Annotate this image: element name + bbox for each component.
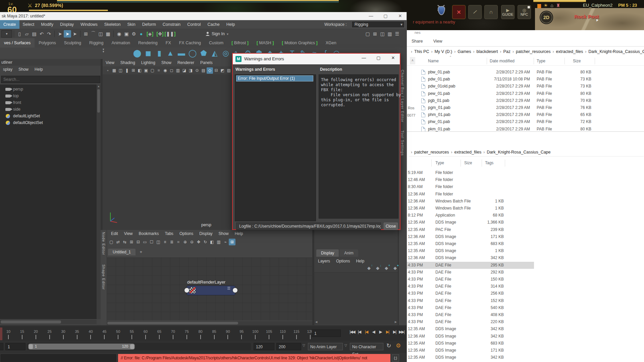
shelf-tab-motion-graphics[interactable]: [ Motion Graphics ] — [278, 38, 321, 48]
chevron-down-icon[interactable]: ▽ — [303, 344, 305, 347]
file-row[interactable]: 12:35 AMDDS Image342 KB — [407, 354, 534, 361]
safe-title-icon[interactable]: ◪ — [181, 67, 187, 74]
file-row[interactable]: 12:36 AMWindows Batch File1 KB — [407, 198, 534, 205]
snap-to-grid-icon[interactable]: ⊞ — [82, 30, 90, 38]
hierarchy-select-tool-icon[interactable]: ➤ — [71, 30, 78, 38]
anim-snapshot-icon[interactable]: [◈] — [145, 30, 155, 38]
file-row[interactable]: 12:35 AMDDS Image342 KB — [407, 325, 534, 333]
menu-select[interactable]: Select — [19, 20, 38, 29]
file-row[interactable]: 12:35 AMPAC File239 KB — [407, 226, 534, 233]
outliner-item-defaultObjectSet[interactable]: defaultObjectSet — [0, 119, 97, 126]
render-settings-icon[interactable]: ⚙ — [130, 30, 138, 38]
file-row[interactable]: phm_01.pab2/28/2017 2:29 AMPAB File65 KB — [407, 111, 608, 118]
tool-settings-side-tab[interactable]: Tool Settings — [400, 130, 405, 156]
dialog-title-bar[interactable]: M Warnings and Errors — ▢ ✕ — [233, 54, 400, 64]
four-pane-layout-icon[interactable]: ⊞ — [371, 30, 379, 38]
save-scene-icon[interactable]: ▤ — [31, 30, 38, 38]
file-row[interactable]: pgm_01.pab2/28/2017 2:29 AMPAB File76 KB — [407, 104, 608, 111]
open-scene-icon[interactable]: ▱ — [23, 30, 31, 38]
script-pane-layout-icon[interactable]: ☰ — [393, 30, 401, 38]
outliner-tab[interactable]: utliner — [0, 59, 101, 66]
add-tab-button[interactable]: + — [137, 249, 143, 254]
minimize-button[interactable]: — — [357, 54, 371, 62]
minimize-button[interactable]: — — [364, 12, 378, 20]
file-row[interactable]: 12:36 AMDDS Image342 KB — [407, 333, 534, 340]
viewport-menu-show[interactable]: Show — [158, 59, 174, 66]
castle-icon[interactable]: ▆ — [537, 3, 541, 8]
ao-icon[interactable]: ▧ — [226, 67, 232, 74]
component-select-tool-icon[interactable]: ➤ — [64, 30, 71, 38]
script-editor-button[interactable]: {;} — [392, 354, 399, 362]
outliner-hscrollbar[interactable] — [0, 320, 97, 324]
logfile-path-box[interactable]: Logfile : C:/Users/chloe/Documents/maya/… — [236, 223, 381, 230]
maya-title-bar[interactable]: sk Maya 2017: untitled* — ▢ ✕ — [0, 12, 407, 20]
grid-display-icon[interactable]: ▥ — [215, 239, 222, 245]
maximize-button[interactable]: ▢ — [372, 54, 385, 62]
play-forwards-button[interactable]: ▶ — [377, 329, 384, 334]
rifle-button[interactable]: ∕ — [468, 5, 482, 19]
outliner-vscrollbar[interactable]: ▲ — [97, 84, 101, 319]
sun-icon[interactable]: ☀ — [544, 3, 548, 8]
bookmark-icon[interactable]: ❚ — [124, 67, 130, 74]
file-row[interactable]: 4:33 PMDAE File220 KB — [407, 318, 534, 325]
file-row[interactable]: 12:36 AMWindows Batch File1 KB — [407, 205, 534, 212]
node-editor-menu-view[interactable]: View — [121, 230, 136, 237]
lock-camera-icon[interactable]: ▦ — [111, 67, 117, 74]
shelf-tab-sculpting[interactable]: Sculpting — [60, 38, 85, 48]
play-backwards-button[interactable]: ◀ — [370, 329, 377, 334]
frame-selection-icon[interactable]: ☐ — [148, 239, 155, 245]
battle-arena-button[interactable]: ✕ — [452, 5, 466, 19]
error-description-box[interactable]: The following error(s) occurredwhile att… — [319, 74, 398, 219]
render-view-icon[interactable]: ◉ — [115, 30, 123, 38]
file-row[interactable]: 8:12 PMApplication68 KB — [407, 212, 534, 219]
workspace-dropdown[interactable]: Rigging ▾ — [352, 21, 405, 28]
menu-skeleton[interactable]: Skeleton — [101, 20, 124, 29]
node-editor-menu-help[interactable]: Help — [232, 230, 246, 237]
move-nodes-icon[interactable]: ✥ — [195, 239, 202, 245]
sign-in-button[interactable]: Sign In ▾ — [205, 30, 228, 38]
node-editor-hscrollbar[interactable] — [107, 321, 312, 325]
channel-box-menu-help[interactable]: Help — [353, 257, 367, 265]
close-button[interactable]: ✕ — [393, 12, 407, 20]
new-scene-icon[interactable]: ▯ — [16, 30, 23, 38]
step-forward-frame-button[interactable]: ▶| — [391, 329, 398, 334]
file-row[interactable]: 12:35 AMDDS Image171 KB — [407, 347, 534, 354]
grid-snap-icon[interactable]: ⊞ — [229, 239, 235, 245]
go-to-range-end-button[interactable]: ▶▶| — [398, 329, 405, 334]
anim-layer-dropdown[interactable]: No Anim Layer — [308, 343, 343, 350]
shelf-tab-custom[interactable]: Custom — [205, 38, 227, 48]
npc-button[interactable]: ◎ NPC — [518, 5, 531, 19]
field-chart-icon[interactable]: ◻ — [168, 67, 175, 74]
file-row[interactable]: 12:36 AMDDS Image342 KB — [407, 254, 534, 261]
file-row[interactable]: 4:33 PMDAE File152 KB — [407, 297, 534, 304]
resolution-gate-icon[interactable]: ⌗ — [156, 67, 162, 74]
pipe-icon[interactable]: ◎ — [221, 48, 231, 58]
create-node-icon[interactable]: ▢ — [108, 239, 115, 245]
file-row[interactable]: 12:36 AMDDS Image171 KB — [407, 233, 534, 240]
menu-help[interactable]: Help — [223, 20, 238, 29]
dialog-close-button[interactable]: Close — [384, 223, 398, 230]
file-row[interactable]: 12:35 AMDDS Image683 KB — [407, 240, 534, 247]
safe-action-icon[interactable]: ▥ — [175, 67, 181, 74]
channel-box-menu-options[interactable]: Options — [333, 257, 353, 265]
file-row[interactable]: 4:33 PMDAE File256 KB — [407, 290, 534, 297]
file-row[interactable]: 5:19 AMFile folder — [407, 169, 534, 176]
output-connections-icon[interactable]: ⊟ — [135, 239, 142, 245]
node-editor-menu-tabs[interactable]: Tabs — [162, 230, 176, 237]
select-tool-icon[interactable]: ➤ — [56, 30, 64, 38]
map-2d-button[interactable]: 2D — [540, 11, 552, 23]
zoom-in-icon[interactable]: ⊕ — [182, 239, 189, 245]
shaded-icon[interactable]: ⊙ — [194, 67, 200, 74]
channel-box-side-tab[interactable]: Channel Box / Layer Editor — [400, 70, 405, 122]
shape-editor-side-tab[interactable]: Shape Editor — [102, 264, 106, 290]
node-editor-menu-display[interactable]: Display — [196, 230, 215, 237]
file-row[interactable]: pew_01.pab2/28/2017 2:29 AMPAB File80 KB — [407, 90, 608, 97]
input-connections-icon[interactable]: ⊞ — [128, 239, 135, 245]
file-row[interactable]: pbw_01.pab2/28/2017 2:29 AMPAB File80 KB — [407, 69, 608, 76]
error-list[interactable]: Error: File Input/Output Error (1) — [235, 74, 316, 221]
current-layer-icon[interactable]: ◆● — [391, 265, 399, 271]
shelf-tab-animation[interactable]: Animation — [107, 38, 134, 48]
file-row[interactable]: 4:33 PMDAE File295 KB — [407, 262, 534, 269]
shelf-tab-polygons[interactable]: Polygons — [35, 38, 60, 48]
step-forward-key-button[interactable]: ▶| — [384, 329, 391, 334]
